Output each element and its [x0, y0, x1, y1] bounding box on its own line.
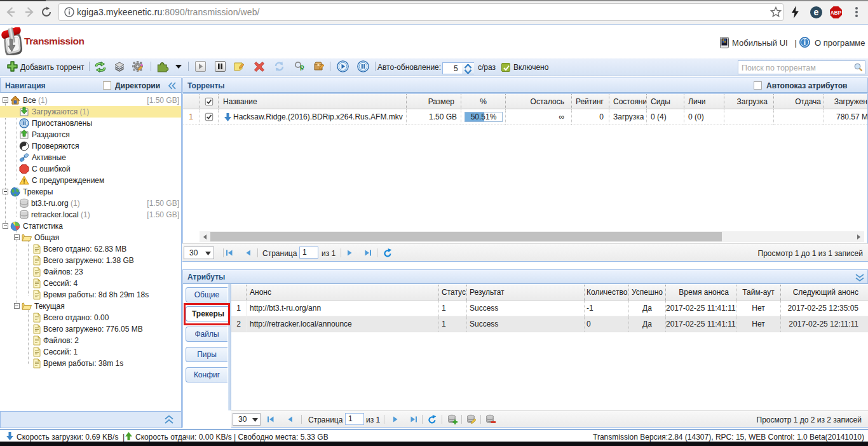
- svg-text:e: e: [814, 7, 819, 17]
- svg-text:P: P: [300, 65, 304, 72]
- svg-text:ABP: ABP: [831, 10, 842, 16]
